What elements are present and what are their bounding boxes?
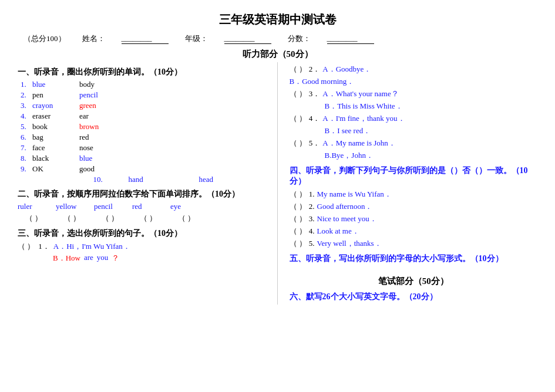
right-sentence-optB: B.Bye，John． xyxy=(290,150,538,161)
name-label: 姓名： xyxy=(82,33,105,44)
section3-right-items: （ ）2．A．Goodbye．B．Good morning．（ ）3．A．Wha… xyxy=(290,64,538,161)
section4-items: （ ）1.My name is Wu Yifan．（ ）2.Good after… xyxy=(290,189,538,249)
right-sentence-optB: B．I see red． xyxy=(290,126,538,136)
vocab-item: 2.penpencil xyxy=(21,90,268,100)
section4-label: 四、听录音，判断下列句子与你所听到的是（）否（）一致。（10分） xyxy=(290,165,538,187)
right-sentence-optB: B．Good morning． xyxy=(290,76,538,87)
vocab-item: 3.crayongreen xyxy=(21,101,268,110)
right-sentence-optA: （ ）2．A．Goodbye． xyxy=(290,64,538,75)
writing-section-title: 笔试部分（50分） xyxy=(290,276,538,287)
section3-item1-optB: B．How are you ？ xyxy=(18,253,268,263)
vocab-item: 9.OKgood xyxy=(21,164,268,174)
vocab-item: 10.handhead xyxy=(21,175,268,184)
vocab-list: 1.bluebody2.penpencil3.crayongreen4.eras… xyxy=(21,80,268,184)
section1-label: 一、听录音，圈出你所听到的单词。（10分） xyxy=(18,67,268,77)
right-column: （ ）2．A．Goodbye．B．Good morning．（ ）3．A．Wha… xyxy=(278,62,538,305)
score-blank: ________ xyxy=(327,33,374,44)
right-sentence-optA: （ ）3．A．What's your name？ xyxy=(290,89,538,99)
grade-blank: ________ xyxy=(224,33,271,44)
vocab-item: 4.eraserear xyxy=(21,111,268,121)
total-score: （总分100） xyxy=(23,33,66,44)
section3-item1: （ ） 1． A．Hi，I'm Wu Yifan． xyxy=(18,241,268,252)
section6-label: 六、默写26个大小写英文字母。（20分） xyxy=(290,292,538,302)
section2-words: ruleryellowpencilredeye xyxy=(18,202,268,211)
section2-label: 二、听录音，按顺序用阿拉伯数字给下面单词排序。（10分） xyxy=(18,189,268,200)
grade-label: 年级： xyxy=(185,33,208,44)
vocab-item: 6.bagred xyxy=(21,133,268,142)
right-sentence-optA: （ ）4．A．I'm fine，thank you． xyxy=(290,113,538,124)
page-title: 三年级英语期中测试卷 xyxy=(18,12,537,28)
listening-section-title: 听力部分（50分） xyxy=(18,49,537,60)
vocab-item: 7.facenose xyxy=(21,143,268,153)
right-sentence-optA: （ ）5．A．My name is John． xyxy=(290,138,538,148)
header-info: （总分100） 姓名： ________ 年级： ________ 分数： __… xyxy=(18,33,537,44)
section4-item: （ ）2.Good afternoon． xyxy=(290,201,538,212)
name-blank: ________ xyxy=(122,33,169,44)
vocab-item: 5.bookbrown xyxy=(21,122,268,131)
section3-label: 三、听录音，选出你所听到的句子。（10分） xyxy=(18,228,268,239)
section4-item: （ ）1.My name is Wu Yifan． xyxy=(290,189,538,200)
right-sentence-optB: B．This is Miss White． xyxy=(290,101,538,111)
left-column: 一、听录音，圈出你所听到的单词。（10分） 1.bluebody2.penpen… xyxy=(18,62,278,305)
score-label: 分数： xyxy=(288,33,311,44)
section2-brackets: （ ）（ ）（ ）（ ）（ ） xyxy=(18,213,268,224)
section4-item: （ ）5.Very well，thanks． xyxy=(290,238,538,249)
section5-label: 五、听录音，写出你所听到的字母的大小写形式。（10分） xyxy=(290,254,538,264)
section4-item: （ ）3.Nice to meet you． xyxy=(290,214,538,224)
vocab-item: 1.bluebody xyxy=(21,80,268,89)
section4-item: （ ）4.Look at me． xyxy=(290,226,538,236)
vocab-item: 8.blackblue xyxy=(21,154,268,163)
